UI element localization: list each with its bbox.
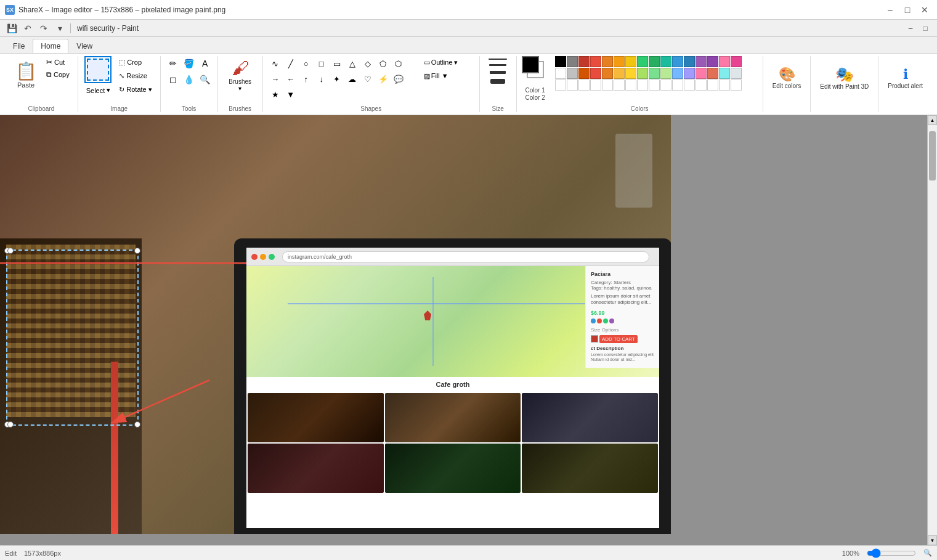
eraser-tool[interactable]: ◻ (166, 72, 181, 87)
edit-colors-button[interactable]: 🎨 Edit colors (768, 56, 806, 99)
shape-diamond[interactable]: ◇ (360, 56, 375, 71)
scroll-thumb[interactable] (929, 131, 936, 181)
color-swatch[interactable] (637, 68, 648, 79)
color-swatch[interactable] (637, 56, 648, 67)
color-swatch[interactable] (578, 68, 590, 79)
edit-paint3d-button[interactable]: 🎭 Edit with Paint 3D (816, 56, 873, 99)
color1-box[interactable] (522, 56, 539, 73)
color-swatch[interactable] (614, 56, 625, 67)
color-swatch[interactable] (707, 56, 718, 67)
color-swatch[interactable] (719, 79, 730, 91)
color-swatch[interactable] (602, 79, 613, 91)
color-swatch[interactable] (649, 56, 660, 67)
shape-rect[interactable]: □ (314, 56, 329, 71)
undo-button[interactable]: ↶ (21, 22, 34, 35)
cut-button[interactable]: ✂ Cut (43, 56, 73, 68)
color-swatch[interactable] (696, 68, 707, 79)
color-swatch[interactable] (602, 68, 613, 79)
tab-view[interactable]: View (68, 39, 100, 53)
color-swatch[interactable] (649, 68, 660, 79)
tab-file[interactable]: File (5, 39, 33, 53)
color-swatch[interactable] (637, 79, 648, 91)
color-swatch[interactable] (684, 56, 695, 67)
rotate-button[interactable]: ↻ Rotate ▾ (116, 83, 155, 95)
color-swatch[interactable] (660, 68, 671, 79)
shape-arrow-left[interactable]: ← (283, 71, 298, 86)
shape-oval[interactable]: ○ (299, 56, 314, 71)
color-swatch[interactable] (555, 79, 566, 91)
dropdown-button[interactable]: ▾ (53, 22, 67, 35)
brushes-button[interactable]: 🖌 Brushes ▾ (223, 56, 258, 93)
color-swatch[interactable] (590, 68, 601, 79)
shape-hexagon[interactable]: ⬡ (391, 56, 406, 71)
shape-rounded-rect[interactable]: ▭ (330, 56, 344, 71)
color-swatch[interactable] (672, 68, 683, 79)
color-swatch[interactable] (719, 56, 730, 67)
color-swatch[interactable] (731, 56, 742, 67)
color-swatch[interactable] (625, 56, 636, 67)
color-swatch[interactable] (684, 79, 695, 91)
color-swatch[interactable] (649, 79, 660, 91)
color-swatch[interactable] (567, 56, 578, 67)
copy-button[interactable]: ⧉ Copy (43, 68, 73, 80)
color-swatch[interactable] (684, 68, 695, 79)
color-swatch[interactable] (660, 79, 671, 91)
text-tool[interactable]: A (198, 56, 213, 71)
color-swatch[interactable] (696, 79, 707, 91)
paint-maximize-button[interactable]: □ (919, 22, 932, 35)
color-picker-tool[interactable]: 💧 (182, 72, 197, 87)
product-alert-button[interactable]: ℹ Product alert (883, 56, 927, 99)
shape-curve[interactable]: ∿ (268, 56, 283, 71)
color-swatch[interactable] (672, 79, 683, 91)
color-swatch[interactable] (567, 68, 578, 79)
color-swatch[interactable] (625, 68, 636, 79)
fill-button[interactable]: ▨ Fill ▼ (420, 70, 462, 82)
shape-4arrow[interactable]: ✦ (330, 71, 344, 86)
color-swatch[interactable] (602, 56, 613, 67)
color-swatch[interactable] (660, 56, 671, 67)
shape-star[interactable]: ★ (268, 87, 283, 102)
minimize-button[interactable]: – (883, 2, 898, 17)
color-swatch[interactable] (731, 79, 742, 91)
resize-button[interactable]: ⤡ Resize (116, 70, 155, 82)
color-swatch[interactable] (614, 68, 625, 79)
maximize-button[interactable]: □ (900, 2, 915, 17)
redo-button[interactable]: ↷ (37, 22, 51, 35)
shape-heart[interactable]: ♡ (360, 71, 375, 86)
shape-line[interactable]: ╱ (283, 56, 298, 71)
close-button[interactable]: ✕ (917, 2, 932, 17)
tab-home[interactable]: Home (33, 39, 68, 53)
shape-lightning[interactable]: ⚡ (376, 71, 391, 86)
shape-scroll[interactable]: ▼ (283, 87, 298, 102)
shape-callout[interactable]: 💬 (391, 71, 406, 86)
color-swatch[interactable] (590, 56, 601, 67)
color-swatch[interactable] (555, 56, 566, 67)
magnifier-tool[interactable]: 🔍 (198, 72, 213, 87)
shape-pentagon[interactable]: ⬠ (376, 56, 391, 71)
shape-cloud[interactable]: ☁ (345, 71, 360, 86)
fill-tool[interactable]: 🪣 (182, 56, 197, 71)
canvas-area[interactable]: instagram.com/cafe_groth (0, 115, 927, 545)
shape-arrow-right[interactable]: → (268, 71, 283, 86)
scroll-up-button[interactable]: ▲ (928, 115, 937, 125)
color-swatch[interactable] (614, 79, 625, 91)
shape-arrow-down[interactable]: ↓ (314, 71, 329, 86)
color-swatch[interactable] (578, 56, 590, 67)
shape-arrow-up[interactable]: ↑ (299, 71, 314, 86)
select-tool-preview[interactable] (87, 59, 109, 81)
outline-button[interactable]: ▭ Outline ▾ (420, 56, 462, 68)
save-button[interactable]: 💾 (5, 22, 18, 35)
color-swatch[interactable] (707, 79, 718, 91)
paint-minimize-button[interactable]: – (904, 22, 917, 35)
zoom-slider[interactable] (867, 548, 916, 558)
select-button[interactable]: Select ▾ (83, 84, 114, 96)
pencil-tool[interactable]: ✏ (166, 56, 181, 71)
color-swatch[interactable] (719, 68, 730, 79)
color-swatch[interactable] (590, 79, 601, 91)
color-swatch[interactable] (707, 68, 718, 79)
crop-button[interactable]: ⬚ Crop (116, 56, 155, 68)
color-swatch[interactable] (567, 79, 578, 91)
color-swatch[interactable] (672, 56, 683, 67)
shape-triangle[interactable]: △ (345, 56, 360, 71)
color-swatch[interactable] (625, 79, 636, 91)
